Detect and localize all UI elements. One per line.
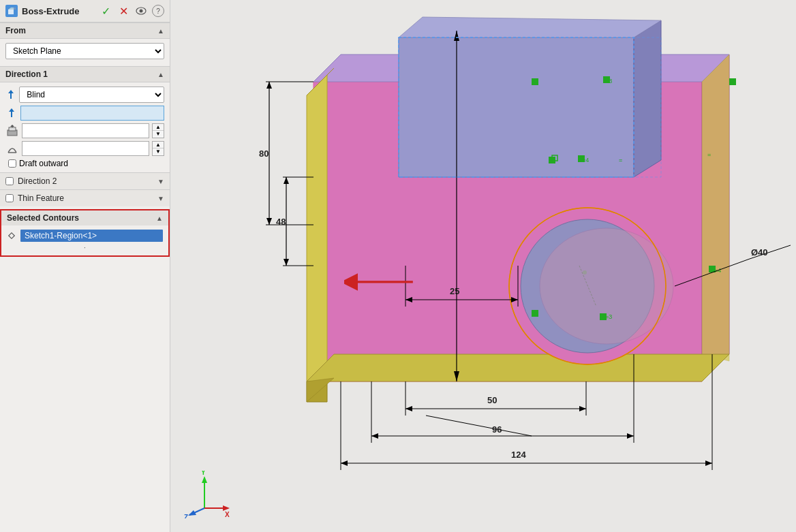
- svg-marker-19: [307, 75, 327, 381]
- dir1-depth-spinner[interactable]: ▲ ▼: [152, 123, 164, 138]
- dir1-depth-input[interactable]: 10.000mm: [22, 123, 149, 138]
- svg-marker-100: [223, 505, 230, 511]
- thin-feature-checkbox[interactable]: [5, 194, 14, 202]
- from-select[interactable]: Sketch Plane Surface/Face/Plane Vertex O…: [5, 43, 164, 59]
- contour-label[interactable]: Sketch1-Region<1>: [20, 230, 163, 242]
- confirm-button[interactable]: ✓: [99, 4, 112, 18]
- draft-label: Draft outward: [19, 159, 68, 168]
- properties-panel: Boss-Extrude ✓ ✕ ? From ▲ Sketch Plane S…: [0, 0, 170, 532]
- direction1-section-content: Blind Through All Up To Next Up To Verte…: [0, 82, 170, 172]
- selected-contours-label: Selected Contours: [7, 213, 79, 223]
- svg-point-91: [583, 270, 587, 275]
- direction-up-arrow-icon: [5, 89, 16, 100]
- svg-rect-35: [532, 310, 538, 317]
- thin-feature-label: Thin Feature: [18, 193, 64, 203]
- svg-marker-22: [702, 54, 729, 361]
- dir1-angle-spinner[interactable]: ▲ ▼: [152, 141, 164, 156]
- svg-marker-97: [202, 476, 207, 483]
- svg-marker-2: [14, 7, 16, 10]
- draft-row: Draft outward: [5, 159, 164, 168]
- 3d-model-svg: =3 =4 =3 =4 = = 80 48: [170, 0, 796, 532]
- depth-increment[interactable]: ▲: [153, 124, 164, 131]
- svg-point-4: [140, 10, 143, 13]
- svg-rect-10: [9, 127, 16, 131]
- dir1-blue-input[interactable]: [20, 106, 164, 121]
- svg-marker-27: [399, 17, 661, 37]
- panel-title: Boss-Extrude: [22, 6, 80, 16]
- svg-text:25: 25: [450, 286, 459, 296]
- direction2-checkbox[interactable]: [5, 177, 14, 185]
- svg-text:80: 80: [259, 148, 269, 159]
- direction1-chevron: ▲: [157, 71, 164, 78]
- eye-button[interactable]: [134, 4, 148, 18]
- direction2-label: Direction 2: [18, 176, 57, 186]
- contour-plus: ·: [7, 244, 163, 251]
- svg-rect-39: [729, 78, 736, 85]
- panel-title-bar: Boss-Extrude ✓ ✕ ?: [0, 0, 170, 22]
- from-label: From: [5, 26, 26, 35]
- boss-extrude-icon: [5, 5, 18, 17]
- svg-marker-103: [188, 510, 196, 516]
- svg-text:=: =: [707, 151, 711, 158]
- dir1-type-row: Blind Through All Up To Next Up To Verte…: [5, 87, 164, 103]
- dir1-type-select[interactable]: Blind Through All Up To Next Up To Verte…: [19, 87, 164, 103]
- from-dropdown-row: Sketch Plane Surface/Face/Plane Vertex O…: [5, 43, 164, 59]
- contour-item: Sketch1-Region<1>: [7, 230, 163, 242]
- diamond-icon: [7, 231, 16, 240]
- svg-text:Z: Z: [184, 514, 188, 518]
- svg-text:96: 96: [492, 424, 502, 435]
- from-section-content: Sketch Plane Surface/Face/Plane Vertex O…: [0, 39, 170, 66]
- selected-contours-section: Selected Contours ▲ Sketch1-Region<1> ·: [0, 209, 170, 257]
- main-viewport: =3 =4 =3 =4 = = 80 48: [170, 0, 796, 532]
- depth-decrement[interactable]: ▼: [153, 131, 164, 138]
- direction1-label: Direction 1: [5, 69, 48, 79]
- angle-icon: [5, 142, 19, 155]
- coordinate-axes: Y X Z: [184, 471, 232, 518]
- title-actions: ✓ ✕ ?: [99, 4, 164, 18]
- svg-marker-26: [634, 20, 661, 177]
- angle-increment[interactable]: ▲: [153, 142, 164, 148]
- dir1-angle-input[interactable]: [22, 141, 149, 156]
- svg-text:=: =: [619, 157, 622, 163]
- drawing-area: =3 =4 =3 =4 = = 80 48: [170, 0, 796, 532]
- svg-text:124: 124: [511, 450, 526, 460]
- dir1-angle-row: ▲ ▼: [5, 141, 164, 156]
- from-chevron: ▲: [157, 27, 164, 35]
- dir1-blue-field-row: [5, 106, 164, 121]
- svg-text:48: 48: [276, 217, 286, 227]
- from-section-header[interactable]: From ▲: [0, 22, 170, 39]
- svg-marker-6: [8, 90, 14, 93]
- title-left: Boss-Extrude: [5, 5, 80, 17]
- svg-point-30: [540, 228, 673, 344]
- dir1-depth-row: 10.000mm ▲ ▼: [5, 123, 164, 138]
- thin-feature-row[interactable]: Thin Feature ▼: [0, 189, 170, 206]
- angle-decrement[interactable]: ▼: [153, 148, 164, 155]
- svg-marker-1: [8, 7, 14, 10]
- dir1-arrow2-icon: [5, 107, 18, 119]
- draft-checkbox[interactable]: [8, 159, 16, 168]
- direction1-section-header[interactable]: Direction 1 ▲: [0, 66, 170, 82]
- help-button[interactable]: ?: [152, 5, 164, 17]
- svg-rect-14: [9, 233, 14, 238]
- depth-icon: [5, 124, 19, 138]
- svg-text:X: X: [225, 511, 230, 518]
- svg-text:Y: Y: [201, 471, 206, 476]
- svg-text:50: 50: [487, 395, 497, 405]
- thin-feature-left: Thin Feature: [5, 193, 64, 203]
- svg-rect-32: [532, 78, 538, 85]
- svg-text:=4: =4: [582, 157, 589, 163]
- direction2-left: Direction 2: [5, 176, 57, 186]
- svg-marker-25: [399, 37, 634, 177]
- thin-feature-chevron: ▼: [157, 195, 164, 202]
- svg-marker-8: [9, 108, 14, 112]
- selected-contours-chevron: ▲: [156, 215, 163, 222]
- svg-marker-23: [307, 354, 729, 381]
- cancel-button[interactable]: ✕: [117, 4, 130, 18]
- svg-rect-0: [8, 10, 14, 14]
- svg-text:=3: =3: [605, 313, 612, 320]
- direction2-row[interactable]: Direction 2 ▼: [0, 172, 170, 189]
- svg-text:=3: =3: [605, 78, 612, 84]
- svg-marker-12: [10, 125, 14, 127]
- svg-text:Ø40: Ø40: [751, 247, 768, 257]
- selected-contours-header[interactable]: Selected Contours ▲: [1, 210, 168, 225]
